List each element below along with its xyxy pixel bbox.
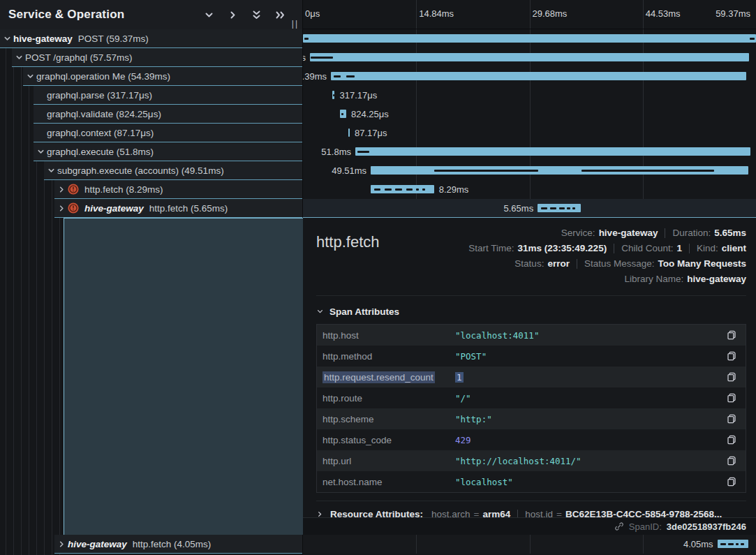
link-icon[interactable] [614,521,624,531]
duration-label: 5.65ms [504,199,534,218]
meta-item: Duration:5.65ms [672,228,746,238]
copy-icon[interactable] [726,413,737,424]
child-span-mark [434,170,538,172]
attribute-value: "/" [455,393,726,404]
copy-icon[interactable] [726,392,737,404]
child-span-mark [341,113,343,115]
child-span-mark [720,543,726,545]
tree-row[interactable]: graphql.operation Me (54.39ms) [23,67,302,86]
meta-item: Library Name:hive-gateway [624,274,746,284]
span-duration-bar[interactable] [310,53,749,61]
child-span-mark [357,151,369,153]
timeline-header: 0μs14.84ms29.68ms44.53ms59.37ms [303,0,756,29]
tree-row[interactable]: hive-gatewayPOST (59.37ms) [0,29,302,48]
span-attributes-header[interactable]: Span Attributes [316,306,746,317]
attribute-row[interactable]: http.scheme"http:" [317,408,746,429]
chevron-down-icon[interactable] [46,167,56,175]
tree-row[interactable]: hive-gatewayhttp.fetch (4.05ms) [54,535,302,554]
span-title: http.fetch [316,225,380,251]
chevron-down-icon [316,308,324,316]
copy-icon[interactable] [726,371,737,383]
time-tick: 14.84ms [419,8,454,19]
timeline-row: 8.29ms [303,180,756,199]
attribute-row[interactable]: http.method"POST" [317,346,746,367]
span-id-row: SpanID: 3de02518937fb246 [303,517,756,535]
chevron-right-icon[interactable] [57,186,66,193]
duration-label: 8.29ms [439,180,469,199]
attribute-row[interactable]: http.request.resend_count1 [317,367,746,387]
duration-label: 54.39ms [303,67,327,86]
child-span-mark [550,207,556,209]
copy-icon[interactable] [726,434,737,445]
child-span-mark [728,543,734,545]
meta-divider [614,244,614,253]
copy-icon[interactable] [726,476,737,487]
chevron-right-icon[interactable] [57,205,66,212]
attribute-key: http.url [323,456,455,466]
span-duration-bar[interactable] [348,128,350,137]
meta-item: Child Count:1 [621,243,682,253]
collapse-all-icon[interactable] [251,10,262,20]
span-name-label: POST /graphql (57.57ms) [25,52,133,63]
attribute-key: http.request.resend_count [323,372,455,383]
attribute-key: http.status_code [323,435,455,445]
panel-resize-handle[interactable]: || [292,19,299,29]
chevron-down-icon[interactable] [14,54,24,61]
tree-row[interactable]: hive-gatewayhttp.fetch (5.65ms) [54,199,302,218]
child-span-mark [736,543,739,545]
span-duration-bar[interactable] [303,34,756,43]
tree-row[interactable]: graphql.context (87.17μs) [34,124,302,142]
span-id-label: SpanID: [629,521,662,532]
duration-label: 87.17μs [355,124,387,142]
meta-item: Kind:client [697,243,746,253]
span-duration-bar[interactable] [331,72,746,80]
chevron-right-icon[interactable] [57,540,66,548]
child-span-mark [385,188,392,191]
tree-row[interactable]: graphql.execute (51.8ms) [34,142,302,161]
chevron-down-icon[interactable] [2,35,12,43]
attribute-row[interactable]: net.host.name"localhost" [317,471,746,492]
attribute-row[interactable]: http.status_code429 [317,429,746,450]
span-name-label: http.fetch (4.05ms) [133,539,212,549]
tree-row[interactable]: POST /graphql (57.57ms) [12,48,302,67]
child-span-mark [750,38,755,40]
attribute-row[interactable]: http.url"http://localhost:4011/" [317,450,746,471]
timeline-row: 57.57ms [303,48,756,67]
service-name: hive-gateway [84,203,144,214]
chevron-down-icon[interactable] [36,148,45,156]
tree-row[interactable]: http.fetch (8.29ms) [54,180,302,199]
timeline-row: 49.51ms [303,161,756,180]
meta-divider [689,244,690,253]
chevron-down-icon[interactable] [25,73,35,80]
attribute-row[interactable]: http.route"/" [317,387,746,408]
meta-line: Status:errorStatus Message:Too Many Requ… [468,258,746,269]
meta-item: Service:hive-gateway [561,228,658,238]
copy-icon[interactable] [726,455,737,466]
tree-row[interactable]: subgraph.execute (accounts) (49.51ms) [44,161,302,180]
expand-one-icon[interactable] [228,10,238,20]
duration-label: 57.57ms [303,48,306,67]
collapse-one-icon[interactable] [204,10,214,20]
meta-item: Status Message:Too Many Requests [584,258,746,269]
attribute-key: http.host [323,330,455,341]
attribute-value: 429 [455,435,726,445]
child-span-mark [333,94,334,96]
copy-icon[interactable] [726,330,737,341]
tree-row[interactable]: graphql.validate (824.25μs) [34,105,302,124]
time-tick: 29.68ms [533,8,568,19]
selected-span-expanded-region [64,218,303,535]
expand-all-icon[interactable] [275,10,286,20]
attribute-value: 1 [455,372,726,383]
span-name-label: POST (59.37ms) [78,34,149,44]
attribute-value: "http:" [455,414,726,424]
timeline-row: 51.8ms [303,142,756,161]
span-attributes-table: http.host"localhost:4011"http.method"POS… [316,324,746,493]
tree-row[interactable]: graphql.parse (317.17μs) [34,86,302,105]
timeline-row: 4.05ms [303,535,756,554]
attribute-row[interactable]: http.host"localhost:4011" [317,325,746,346]
span-duration-bar[interactable] [355,147,750,156]
span-name-label: graphql.parse (317.17μs) [47,90,152,101]
timeline-row: 54.39ms [303,67,756,86]
copy-icon[interactable] [726,350,737,362]
attribute-value: "POST" [455,351,726,362]
